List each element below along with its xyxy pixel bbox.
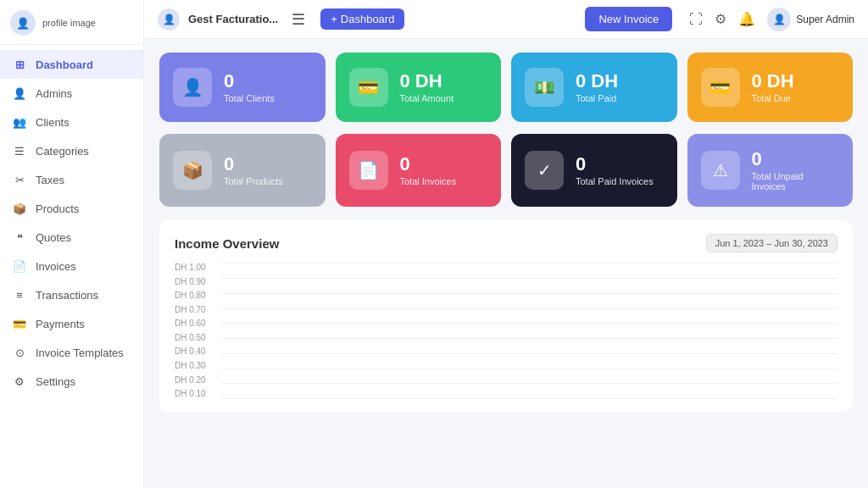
quotes-icon: ❝: [12, 230, 27, 245]
add-button-label: Dashboard: [341, 13, 395, 25]
dashboard-icon: ⊞: [12, 57, 27, 72]
chart-y-label: DH 0.20: [175, 375, 206, 385]
menu-icon[interactable]: ☰: [292, 10, 305, 29]
chart-y-label: DH 0.50: [175, 333, 206, 342]
chart-gridline: [221, 278, 837, 279]
chart-y-label: DH 0.10: [175, 389, 206, 398]
sidebar-item-payments[interactable]: 💳 Payments: [0, 309, 143, 338]
total-products-label: Total Products: [224, 176, 283, 186]
products-icon: 📦: [12, 201, 27, 216]
chart-gridline: [221, 338, 837, 339]
sidebar-item-dashboard[interactable]: ⊞ Dashboard: [0, 50, 143, 79]
total-paid-invoices-icon-box: ✓: [525, 151, 564, 190]
sidebar-item-transactions[interactable]: ≡ Transactions: [0, 280, 143, 309]
chart-y-labels: DH 1.00DH 0.90DH 0.80DH 0.70DH 0.60DH 0.…: [175, 263, 206, 398]
chart-y-label: DH 0.30: [175, 361, 206, 370]
sidebar-profile: 👤 profile image: [0, 0, 143, 45]
chart-gridline: [221, 398, 837, 399]
chart-y-label: DH 0.40: [175, 347, 206, 356]
invoice-templates-icon: ⊙: [12, 345, 27, 360]
chart-gridline: [221, 293, 837, 294]
sidebar-label-invoice-templates: Invoice Templates: [36, 347, 124, 359]
sidebar-item-settings[interactable]: ⚙ Settings: [0, 367, 143, 396]
total-amount-label: Total Amount: [400, 93, 454, 103]
sidebar-item-clients[interactable]: 👥 Clients: [0, 108, 143, 136]
sidebar-item-quotes[interactable]: ❝ Quotes: [0, 223, 143, 252]
topbar-icons: ⛶ ⚙ 🔔: [689, 11, 755, 27]
stat-card-total-clients: 👤 0 Total Clients: [159, 53, 326, 122]
sidebar-item-invoices[interactable]: 📄 Invoices: [0, 252, 143, 280]
income-overview: Income Overview Jun 1, 2023 – Jun 30, 20…: [159, 220, 853, 412]
settings-icon: ⚙: [12, 374, 27, 389]
date-range-button[interactable]: Jun 1, 2023 – Jun 30, 2023: [706, 234, 837, 252]
sidebar-item-taxes[interactable]: ✂ Taxes: [0, 165, 143, 194]
stat-card-total-amount: 💳 0 DH Total Amount: [336, 53, 502, 122]
total-products-icon-box: 📦: [173, 151, 212, 190]
total-clients-label: Total Clients: [224, 93, 275, 103]
total-products-value: 0: [224, 154, 283, 175]
sidebar-label-transactions: Transactions: [36, 289, 98, 302]
taxes-icon: ✂: [12, 172, 27, 187]
total-amount-icon: 💳: [358, 77, 379, 97]
total-unpaid-invoices-label: Total Unpaid Invoices: [752, 171, 840, 191]
chart-gridline: [221, 263, 837, 263]
total-paid-value: 0 DH: [576, 71, 618, 92]
gear-icon[interactable]: ⚙: [715, 11, 726, 27]
chart-y-label: DH 0.70: [175, 305, 206, 314]
income-header: Income Overview Jun 1, 2023 – Jun 30, 20…: [175, 234, 837, 252]
chart-y-label: DH 0.90: [175, 277, 206, 286]
income-title: Income Overview: [175, 236, 279, 251]
topbar: 👤 Gest Facturatio... ☰ + Dashboard New I…: [144, 0, 868, 39]
avatar: 👤: [10, 10, 36, 36]
total-paid-label: Total Paid: [576, 93, 618, 103]
sidebar-label-quotes: Quotes: [36, 231, 71, 244]
total-invoices-value: 0: [400, 154, 457, 175]
total-due-icon: 💳: [709, 77, 731, 97]
sidebar-label-categories: Categories: [36, 145, 89, 158]
transactions-icon: ≡: [12, 287, 27, 302]
total-clients-value: 0: [224, 71, 275, 92]
new-invoice-button[interactable]: New Invoice: [585, 7, 672, 31]
chart-gridline: [221, 323, 837, 324]
profile-label: profile image: [42, 18, 96, 28]
fullscreen-icon[interactable]: ⛶: [689, 12, 703, 27]
chart-y-label: DH 0.60: [175, 319, 206, 328]
chart-gridline: [221, 383, 837, 384]
total-clients-icon-box: 👤: [173, 68, 212, 107]
sidebar-label-settings: Settings: [36, 375, 75, 388]
chart-y-label: DH 0.80: [175, 291, 206, 300]
stat-card-total-due: 💳 0 DH Total Due: [687, 53, 854, 122]
sidebar-item-admins[interactable]: 👤 Admins: [0, 79, 143, 108]
total-invoices-icon: 📄: [358, 160, 379, 180]
total-paid-invoices-icon: ✓: [537, 160, 552, 180]
sidebar-item-invoice-templates[interactable]: ⊙ Invoice Templates: [0, 338, 143, 367]
sidebar-label-taxes: Taxes: [36, 174, 64, 186]
stats-row-1: 👤 0 Total Clients 💳 0 DH Total Amount 💵 …: [159, 53, 853, 122]
total-invoices-icon-box: 📄: [349, 151, 388, 190]
main-content: 👤 Gest Facturatio... ☰ + Dashboard New I…: [144, 0, 868, 488]
chart-gridline: [221, 369, 837, 369]
sidebar-item-products[interactable]: 📦 Products: [0, 194, 143, 223]
total-invoices-label: Total Invoices: [400, 176, 457, 186]
clients-icon: 👥: [12, 114, 27, 130]
total-paid-invoices-label: Total Paid Invoices: [576, 176, 654, 186]
total-unpaid-invoices-icon-box: ⚠: [701, 151, 740, 190]
bell-icon[interactable]: 🔔: [738, 11, 755, 27]
total-unpaid-invoices-icon: ⚠: [713, 160, 728, 180]
total-due-label: Total Due: [752, 93, 794, 103]
sidebar-nav: ⊞ Dashboard 👤 Admins 👥 Clients ☰ Categor…: [0, 45, 143, 488]
total-amount-icon-box: 💳: [349, 68, 388, 107]
stats-row-2: 📦 0 Total Products 📄 0 Total Invoices ✓ …: [159, 134, 853, 207]
invoices-icon: 📄: [12, 258, 27, 274]
sidebar-label-products: Products: [36, 202, 79, 215]
categories-icon: ☰: [12, 143, 27, 158]
chart-area: DH 1.00DH 0.90DH 0.80DH 0.70DH 0.60DH 0.…: [175, 263, 837, 398]
stat-card-total-invoices: 📄 0 Total Invoices: [336, 134, 502, 207]
add-button[interactable]: + Dashboard: [320, 8, 404, 30]
admins-icon: 👤: [12, 86, 27, 101]
sidebar-label-clients: Clients: [36, 116, 70, 129]
stat-card-total-paid: 💵 0 DH Total Paid: [511, 53, 677, 122]
total-paid-invoices-value: 0: [576, 154, 654, 175]
sidebar-item-categories[interactable]: ☰ Categories: [0, 136, 143, 165]
topbar-avatar: 👤: [158, 8, 180, 30]
